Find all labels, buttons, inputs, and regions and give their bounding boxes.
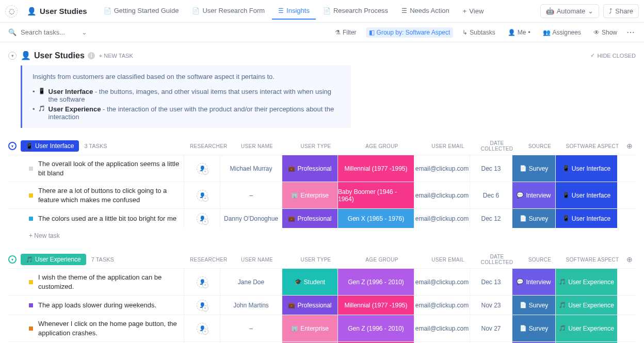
col-date[interactable]: DATE COLLECTED (476, 254, 518, 265)
chevron-down-icon[interactable]: ⌄ (82, 28, 87, 36)
status-indicator[interactable] (29, 303, 33, 307)
col-researcher[interactable]: RESEARCHER (190, 143, 226, 149)
assignee-placeholder-icon[interactable]: 👤 (197, 276, 208, 288)
researcher-cell[interactable]: 👤 (184, 155, 220, 182)
share-button[interactable]: ⤴Share (603, 4, 639, 18)
assignee-placeholder-icon[interactable]: 👤 (197, 190, 208, 201)
aspect-cell[interactable]: 🎵User Experience (555, 315, 617, 341)
col-username[interactable]: USER NAME (226, 143, 288, 149)
add-view-button[interactable]: +View (457, 3, 490, 20)
username-cell[interactable]: John Martins (220, 296, 282, 315)
researcher-cell[interactable]: 👤 (184, 269, 220, 295)
tab-research-process[interactable]: 📄Research Process (317, 3, 394, 20)
source-cell[interactable]: 📄Survey (512, 296, 555, 315)
info-icon[interactable]: i (88, 52, 95, 59)
date-cell[interactable]: Dec 12 (470, 209, 512, 228)
aspect-cell[interactable]: 📱User Interface (555, 209, 617, 228)
col-source[interactable]: SOURCE (518, 257, 561, 263)
agegroup-cell[interactable]: Gen Z (1996 - 2010) (337, 315, 414, 341)
usertype-cell[interactable]: 💼Professional (282, 155, 337, 182)
group-badge[interactable]: 📱User Interface (21, 140, 79, 152)
tab-insights[interactable]: ☰Insights (272, 3, 316, 20)
assignee-placeholder-icon[interactable]: 👤 (197, 213, 208, 224)
search-input[interactable] (21, 28, 77, 36)
aspect-cell[interactable]: 🎵User Experience (555, 296, 617, 315)
task-title-cell[interactable]: The overall look of the application seem… (8, 155, 184, 182)
task-row[interactable]: There are a lot of buttons to click goin… (8, 182, 636, 208)
status-indicator[interactable] (29, 193, 33, 198)
show-button[interactable]: 👁Show (590, 27, 620, 38)
username-cell[interactable]: Danny O'Donoghue (220, 209, 282, 228)
col-researcher[interactable]: RESEARCHER (190, 257, 226, 263)
task-title-cell[interactable]: There are a lot of buttons to click goin… (8, 182, 184, 208)
status-indicator[interactable] (29, 280, 33, 284)
col-date[interactable]: DATE COLLECTED (476, 140, 518, 152)
researcher-cell[interactable]: 👤 (184, 315, 220, 341)
new-task-row[interactable]: + New task (8, 228, 636, 243)
username-cell[interactable]: Jane Doe (220, 269, 282, 295)
task-title-cell[interactable]: The app loads slower during weekends. (8, 296, 184, 315)
task-row[interactable]: The app loads slower during weekends. 👤 … (8, 295, 636, 315)
tab-needs-action[interactable]: ☰Needs Action (395, 3, 456, 20)
agegroup-cell[interactable]: Gen X (1965 - 1976) (337, 209, 414, 228)
researcher-cell[interactable]: 👤 (184, 296, 220, 315)
status-indicator[interactable] (29, 217, 33, 221)
usertype-cell[interactable]: 💼Professional (282, 209, 337, 228)
researcher-cell[interactable]: 👤 (184, 182, 220, 208)
group-badge[interactable]: 🎵User Experience (21, 254, 86, 265)
task-row[interactable]: The overall look of the application seem… (8, 155, 636, 182)
date-cell[interactable]: Dec 13 (470, 269, 512, 295)
username-cell[interactable]: – (220, 182, 282, 208)
col-aspect[interactable]: SOFTWARE ASPECT (561, 143, 623, 149)
usertype-cell[interactable]: 🏢Enterprise (282, 182, 337, 208)
assignee-placeholder-icon[interactable]: 👤 (197, 163, 208, 174)
tab-getting-started[interactable]: 📄Getting Started Guide (98, 3, 185, 20)
subtasks-button[interactable]: ↳Subtasks (459, 27, 498, 38)
assignee-placeholder-icon[interactable]: 👤 (197, 300, 208, 311)
agegroup-cell[interactable]: Baby Boomer (1946 - 1964) (337, 182, 414, 208)
col-source[interactable]: SOURCE (518, 143, 561, 149)
agegroup-cell[interactable]: Millennial (1977 -1995) (337, 155, 414, 182)
usertype-cell[interactable]: 🏢Enterprise (282, 315, 337, 341)
email-cell[interactable]: email@clickup.com (414, 182, 470, 208)
usertype-cell[interactable]: 🎓Student (282, 269, 337, 295)
add-column-button[interactable]: ⊕ (623, 142, 636, 150)
task-title-cell[interactable]: I wish the theme of the application can … (8, 269, 184, 295)
aspect-cell[interactable]: 🎵User Experience (555, 269, 617, 295)
email-cell[interactable]: email@clickup.com (414, 269, 470, 295)
task-row[interactable]: Whenever I click on the home page button… (8, 315, 636, 341)
researcher-cell[interactable]: 👤 (184, 209, 220, 228)
col-usertype[interactable]: USER TYPE (288, 143, 344, 149)
collapse-all[interactable]: ▾ (8, 52, 17, 60)
username-cell[interactable]: Michael Murray (220, 155, 282, 182)
date-cell[interactable]: Dec 6 (470, 182, 512, 208)
col-email[interactable]: USER EMAIL (420, 143, 476, 149)
col-usertype[interactable]: USER TYPE (288, 257, 344, 263)
aspect-cell[interactable]: 📱User Interface (555, 182, 617, 208)
date-cell[interactable]: Nov 23 (470, 296, 512, 315)
assignee-placeholder-icon[interactable]: 👤 (197, 323, 208, 334)
task-row[interactable]: The colors used are a little bit too bri… (8, 208, 636, 228)
automate-button[interactable]: 🤖Automate⌄ (540, 4, 600, 18)
me-button[interactable]: 👤Me • (505, 27, 534, 38)
filter-button[interactable]: ⚗Filter (332, 27, 360, 38)
group-collapse[interactable]: ▾ (8, 255, 17, 264)
more-menu[interactable]: ⋯ (626, 27, 636, 37)
col-agegroup[interactable]: AGE GROUP (344, 257, 420, 263)
date-cell[interactable]: Dec 13 (470, 155, 512, 182)
source-cell[interactable]: 💬Interview (512, 269, 555, 295)
source-cell[interactable]: 💬Interview (512, 182, 555, 208)
source-cell[interactable]: 📄Survey (512, 155, 555, 182)
email-cell[interactable]: email@clickup.com (414, 209, 470, 228)
aspect-cell[interactable]: 📱User Interface (555, 155, 617, 182)
group-collapse[interactable]: ▾ (8, 142, 17, 150)
col-username[interactable]: USER NAME (226, 257, 288, 263)
assignees-button[interactable]: 👥Assignees (540, 27, 584, 38)
col-email[interactable]: USER EMAIL (420, 257, 476, 263)
date-cell[interactable]: Nov 27 (470, 315, 512, 341)
col-aspect[interactable]: SOFTWARE ASPECT (561, 257, 623, 263)
username-cell[interactable]: – (220, 315, 282, 341)
status-indicator[interactable] (29, 167, 33, 171)
col-agegroup[interactable]: AGE GROUP (344, 143, 420, 149)
workspace-title[interactable]: 👤 User Studies (22, 5, 92, 18)
